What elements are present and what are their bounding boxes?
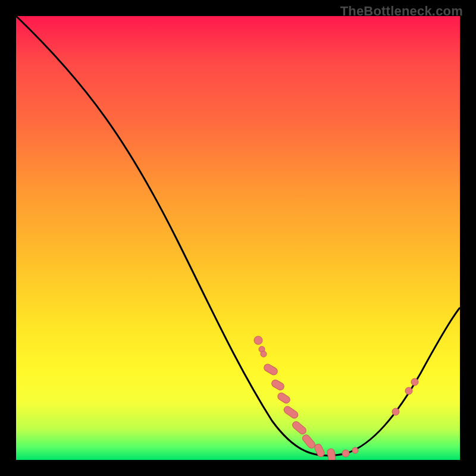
chart-background — [16, 16, 460, 460]
watermark-text: TheBottleneck.com — [340, 4, 463, 19]
